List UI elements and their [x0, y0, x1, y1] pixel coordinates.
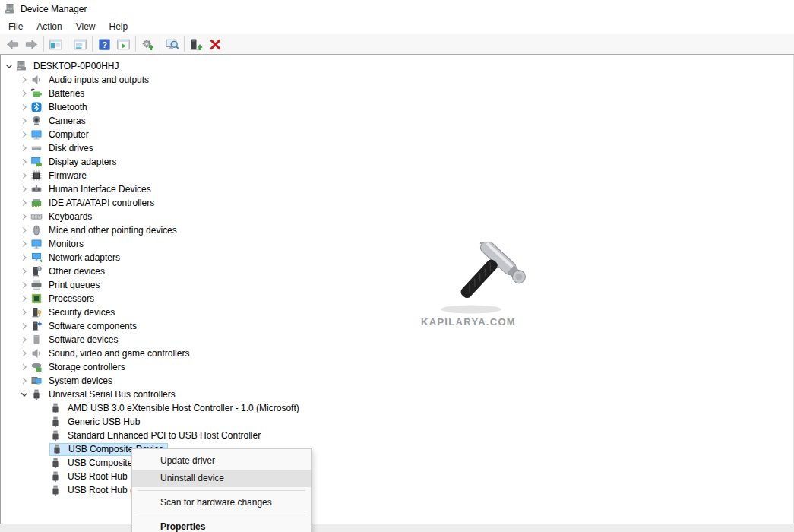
chevron-right-icon[interactable]: [18, 87, 30, 100]
show-action-pane-button[interactable]: [114, 36, 133, 53]
chevron-right-icon[interactable]: [18, 115, 30, 127]
chevron-right-icon[interactable]: [18, 197, 30, 209]
menu-view[interactable]: View: [69, 20, 103, 33]
context-menu: Update driver Uninstall device Scan for …: [131, 448, 312, 532]
monitor-icon: [30, 238, 43, 250]
tree-item-usb-root-hub-30[interactable]: USB Root Hub (USB 3.0): [1, 483, 793, 497]
toolbar-separator: [92, 36, 93, 52]
chevron-down-icon[interactable]: [3, 60, 15, 72]
tree-item-batteries[interactable]: Batteries: [1, 87, 793, 100]
tree-item-usb-composite-device-selected[interactable]: USB Composite Device: [1, 442, 793, 456]
chevron-down-icon[interactable]: [18, 388, 30, 401]
tree-item-generic-usb-hub[interactable]: Generic USB Hub: [1, 415, 793, 429]
tree-item-amd-usb3-controller[interactable]: AMD USB 3.0 eXtensible Host Controller -…: [1, 401, 793, 415]
context-menu-properties[interactable]: Properties: [132, 518, 311, 532]
context-menu-uninstall-device[interactable]: Uninstall device: [132, 470, 311, 487]
chevron-right-icon[interactable]: [18, 334, 30, 346]
disk-drive-icon: [30, 142, 43, 154]
battery-icon: [30, 87, 43, 100]
update-driver-software-button[interactable]: [138, 36, 157, 53]
chevron-right-icon[interactable]: [18, 169, 30, 182]
usb-icon: [49, 484, 62, 496]
context-menu-scan-hardware-changes[interactable]: Scan for hardware changes: [132, 494, 311, 511]
chevron-right-icon[interactable]: [18, 224, 30, 236]
usb-icon: [49, 402, 62, 414]
tree-item-bluetooth[interactable]: Bluetooth: [1, 100, 793, 114]
chevron-right-icon[interactable]: [18, 252, 30, 264]
context-menu-update-driver[interactable]: Update driver: [132, 452, 311, 470]
usb-icon: [49, 429, 62, 442]
menu-action[interactable]: Action: [30, 20, 68, 33]
forward-icon: [24, 37, 39, 52]
update-driver-button[interactable]: [187, 36, 206, 53]
tree-item-disk-drives[interactable]: Disk drives: [1, 141, 793, 155]
menu-help[interactable]: Help: [103, 20, 135, 33]
device-manager-window: Device Manager File Action View Help: [0, 0, 794, 532]
tree-item-software-devices[interactable]: Software devices: [1, 333, 793, 347]
tree-item-standard-enhanced-pci[interactable]: Standard Enhanced PCI to USB Host Contro…: [1, 429, 793, 442]
uninstall-device-button[interactable]: [206, 36, 225, 53]
help-icon: [97, 37, 112, 52]
tree-item-human-interface-devices[interactable]: Human Interface Devices: [1, 182, 793, 196]
tree-item-computer-root[interactable]: DESKTOP-0P00HHJ: [1, 59, 793, 73]
chevron-right-icon[interactable]: [18, 156, 30, 168]
tree-item-system-devices[interactable]: System devices: [1, 374, 793, 388]
tree-item-cameras[interactable]: Cameras: [1, 114, 793, 128]
gear-update-icon: [141, 37, 155, 52]
tree-item-firmware[interactable]: Firmware: [1, 169, 793, 182]
chevron-right-icon[interactable]: [18, 142, 30, 154]
tree-item-audio-inputs[interactable]: Audio inputs and outputs: [1, 73, 793, 87]
tree-item-computer[interactable]: Computer: [1, 128, 793, 141]
tree-item-usb-root-hub[interactable]: USB Root Hub: [1, 470, 793, 483]
chevron-right-icon[interactable]: [18, 320, 30, 332]
tree-item-other-devices[interactable]: Other devices: [1, 264, 793, 278]
chevron-right-icon[interactable]: [18, 238, 30, 250]
display-adapter-icon: [30, 156, 43, 168]
tree-item-processors[interactable]: Processors: [1, 292, 793, 306]
chevron-right-icon[interactable]: [18, 101, 30, 113]
usb-icon: [51, 443, 63, 455]
chevron-right-icon[interactable]: [18, 375, 30, 387]
tree-item-sound-controllers[interactable]: Sound, video and game controllers: [1, 347, 793, 360]
tree-item-keyboards[interactable]: Keyboards: [1, 210, 793, 223]
chevron-right-icon[interactable]: [18, 347, 30, 359]
chevron-right-icon[interactable]: [18, 361, 30, 373]
menu-file[interactable]: File: [2, 20, 30, 33]
chevron-right-icon[interactable]: [18, 293, 30, 305]
tree-item-display-adapters[interactable]: Display adapters: [1, 155, 793, 169]
tree-item-software-components[interactable]: Software components: [1, 319, 793, 333]
toolbar-separator: [160, 36, 160, 52]
tree-item-security-devices[interactable]: Security devices: [1, 306, 793, 319]
tree-item-ide-controllers[interactable]: IDE ATA/ATAPI controllers: [1, 196, 793, 210]
red-x-icon: [208, 37, 223, 52]
chevron-right-icon[interactable]: [18, 128, 30, 141]
system-device-icon: [30, 375, 43, 387]
tree-item-network-adapters[interactable]: Network adapters: [1, 251, 793, 264]
scan-hardware-changes-button[interactable]: [163, 36, 182, 53]
tree-item-usb-controllers[interactable]: Universal Serial Bus controllers: [1, 388, 793, 401]
speaker-icon: [30, 74, 43, 86]
chevron-right-icon[interactable]: [18, 211, 30, 223]
properties-button[interactable]: [71, 36, 90, 53]
chevron-right-icon[interactable]: [18, 265, 30, 277]
tree-item-storage-controllers[interactable]: Storage controllers: [1, 360, 793, 374]
chevron-right-icon[interactable]: [18, 306, 30, 318]
back-button[interactable]: [3, 36, 22, 53]
chevron-right-icon[interactable]: [18, 183, 30, 195]
unknown-device-icon: [30, 265, 43, 277]
help-button[interactable]: [95, 36, 114, 53]
action-pane-icon: [116, 37, 131, 52]
tree-item-print-queues[interactable]: Print queues: [1, 278, 793, 292]
chevron-right-icon[interactable]: [18, 279, 30, 291]
tree-item-mice[interactable]: Mice and other pointing devices: [1, 223, 793, 237]
scan-magnifier-icon: [165, 37, 179, 52]
monitor-icon: [30, 128, 43, 141]
tree-item-monitors[interactable]: Monitors: [1, 237, 793, 251]
tree-item-usb-composite-device-2[interactable]: USB Composite Device: [1, 456, 793, 470]
show-console-tree-button[interactable]: [46, 36, 65, 53]
menu-bar: File Action View Help: [0, 18, 794, 34]
forward-button[interactable]: [22, 36, 41, 53]
chevron-right-icon[interactable]: [18, 74, 30, 86]
computer-icon: [15, 60, 27, 72]
camera-icon: [30, 115, 43, 127]
